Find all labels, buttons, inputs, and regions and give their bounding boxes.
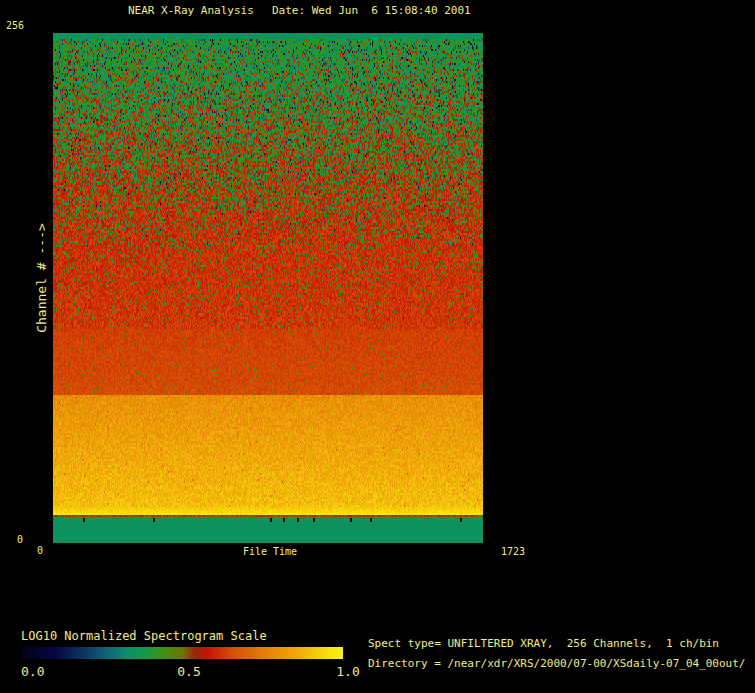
spectrogram-heatmap	[53, 33, 483, 543]
colorbar-title: LOG10 Normalized Spectrogram Scale	[21, 630, 267, 642]
x-axis-max-label: 1723	[501, 547, 525, 557]
colorbar-gradient	[22, 647, 343, 659]
date-label: Date: Wed Jun 6 15:08:40 2001	[272, 5, 471, 16]
colorbar-tick-left: 0.0	[21, 665, 44, 678]
colorbar-tick-mid: 0.5	[177, 665, 200, 678]
x-axis-min-label: 0	[37, 546, 43, 556]
page-title: NEAR X-Ray Analysis	[128, 5, 254, 16]
spect-type-info: Spect type= UNFILTERED XRAY, 256 Channel…	[368, 638, 719, 649]
near-xray-analysis-window: NEAR X-Ray Analysis Date: Wed Jun 6 15:0…	[0, 0, 755, 693]
x-axis-title: File Time	[243, 547, 297, 557]
directory-info: Directory = /near/xdr/XRS/2000/07-00/XSd…	[368, 658, 746, 669]
y-axis-max-label: 256	[6, 21, 24, 31]
y-axis-min-label: 0	[17, 535, 23, 545]
y-axis-title: Channel # --->	[35, 223, 48, 333]
colorbar-tick-right: 1.0	[336, 665, 359, 678]
